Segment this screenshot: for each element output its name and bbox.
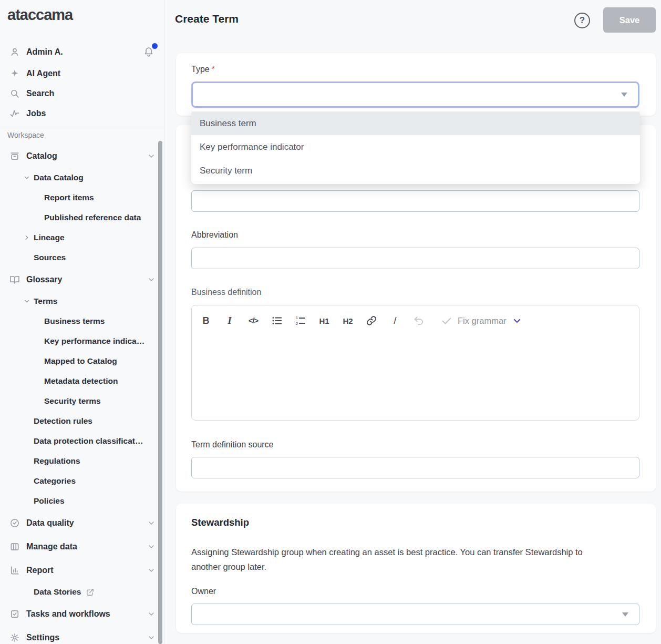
chevron-down-icon xyxy=(147,152,156,160)
sidebar-item-sources[interactable]: Sources xyxy=(0,248,164,268)
caret-down-icon xyxy=(622,612,628,617)
external-link-icon xyxy=(86,588,95,597)
checkbox-icon xyxy=(9,609,20,619)
undo-icon-button[interactable] xyxy=(412,313,426,329)
bullet-list-icon-button[interactable] xyxy=(270,313,284,329)
sidebar-item-metadata-detection[interactable]: Metadata detection xyxy=(0,371,164,391)
fix-grammar-button[interactable]: Fix grammar xyxy=(441,315,522,326)
sidebar-item-lineage[interactable]: Lineage xyxy=(0,228,164,248)
main-content: Create Term ? Save Type* Business termKe… xyxy=(164,0,661,644)
chevron-down-icon[interactable] xyxy=(512,315,522,326)
abbreviation-input[interactable] xyxy=(191,248,639,269)
business-definition-editor: BI</>12H1H2/Fix grammar xyxy=(191,305,639,421)
fix-grammar-label: Fix grammar xyxy=(458,316,507,326)
editor-toolbar: BI</>12H1H2/Fix grammar xyxy=(192,305,639,336)
sidebar-item-tasks-and-workflows[interactable]: Tasks and workflows xyxy=(0,602,164,626)
help-icon[interactable]: ? xyxy=(574,13,590,28)
type-select[interactable] xyxy=(191,81,639,108)
chevron-down-icon xyxy=(23,174,30,181)
owner-label: Owner xyxy=(191,587,216,596)
owner-select[interactable] xyxy=(191,604,639,625)
type-label: Type* xyxy=(191,65,215,74)
sidebar: ataccama Admin A. AI AgentSearchJobs Wor… xyxy=(0,0,164,644)
dropdown-option-business-term[interactable]: Business term xyxy=(191,111,640,135)
sidebar-divider xyxy=(0,127,164,127)
save-button[interactable]: Save xyxy=(603,7,656,33)
sidebar-item-policies[interactable]: Policies xyxy=(0,491,164,511)
slash-button[interactable]: / xyxy=(388,313,402,329)
sidebar-item-report[interactable]: Report xyxy=(0,558,164,582)
sidebar-item-key-performance-indica[interactable]: Key performance indica… xyxy=(0,331,164,351)
activity-icon xyxy=(9,108,20,119)
sidebar-item-terms[interactable]: Terms xyxy=(0,291,164,311)
italic-button[interactable]: I xyxy=(223,313,236,329)
code-button[interactable]: </> xyxy=(246,313,260,329)
notifications-bell-icon[interactable] xyxy=(143,46,156,58)
sidebar-item-ai-agent[interactable]: AI Agent xyxy=(0,64,164,84)
gear-icon xyxy=(9,632,20,643)
sidebar-item-search[interactable]: Search xyxy=(0,84,164,104)
bold-button[interactable]: B xyxy=(199,313,213,329)
sidebar-nav-list: CatalogData CatalogReport itemsPublished… xyxy=(0,144,164,644)
sidebar-top-nav: AI AgentSearchJobs xyxy=(0,64,164,124)
sidebar-item-data-quality[interactable]: Data quality xyxy=(0,511,164,535)
term-definition-source-label: Term definition source xyxy=(191,440,274,449)
sidebar-item-categories[interactable]: Categories xyxy=(0,471,164,491)
stewardship-title: Stewardship xyxy=(191,517,249,528)
sidebar-item-detection-rules[interactable]: Detection rules xyxy=(0,411,164,431)
sidebar-item-business-terms[interactable]: Business terms xyxy=(0,311,164,331)
chevron-down-icon xyxy=(147,543,156,551)
sidebar-item-regulations[interactable]: Regulations xyxy=(0,451,164,471)
dropdown-option-security-term[interactable]: Security term xyxy=(191,159,640,182)
chevron-down-icon xyxy=(147,633,156,642)
sidebar-item-report-items[interactable]: Report items xyxy=(0,188,164,208)
catalog-box-icon xyxy=(9,151,20,161)
sidebar-item-manage-data[interactable]: Manage data xyxy=(0,535,164,558)
required-asterisk: * xyxy=(212,65,215,74)
name-input[interactable] xyxy=(191,190,639,212)
sidebar-item-jobs[interactable]: Jobs xyxy=(0,104,164,124)
workspace-section-label: Workspace xyxy=(7,131,164,140)
search-icon xyxy=(9,88,20,99)
chevron-right-icon xyxy=(23,234,30,241)
sidebar-item-glossary[interactable]: Glossary xyxy=(0,268,164,291)
chevron-down-icon xyxy=(147,519,156,527)
sidebar-scrollbar[interactable] xyxy=(158,141,162,644)
caret-down-icon xyxy=(621,93,627,97)
link-icon-button[interactable] xyxy=(365,313,378,329)
sidebar-item-published-reference-data[interactable]: Published reference data xyxy=(0,208,164,228)
sidebar-item-data-stories[interactable]: Data Stories xyxy=(0,582,164,602)
sidebar-item-settings[interactable]: Settings xyxy=(0,626,164,644)
page-title: Create Term xyxy=(175,13,239,25)
user-name: Admin A. xyxy=(26,47,63,57)
sidebar-item-data-catalog[interactable]: Data Catalog xyxy=(0,168,164,188)
term-definition-source-input[interactable] xyxy=(191,457,639,478)
chevron-down-icon xyxy=(147,610,156,618)
bar-chart-icon xyxy=(9,565,20,576)
svg-text:1: 1 xyxy=(296,315,298,320)
heading-2-button[interactable]: H2 xyxy=(341,313,355,329)
svg-text:2: 2 xyxy=(296,321,298,326)
type-card: Type* xyxy=(176,53,656,116)
check-icon xyxy=(441,315,452,326)
app-window: ataccama Admin A. AI AgentSearchJobs Wor… xyxy=(0,0,661,644)
stewardship-description: Assigning Stewardship group when creatin… xyxy=(191,545,612,574)
ataccama-logo: ataccama xyxy=(7,6,164,24)
chevron-down-icon xyxy=(147,566,156,575)
numbered-list-icon-button[interactable]: 12 xyxy=(294,313,307,329)
type-dropdown-menu: Business termKey performance indicatorSe… xyxy=(191,109,640,184)
sidebar-item-catalog[interactable]: Catalog xyxy=(0,144,164,168)
user-menu[interactable]: Admin A. xyxy=(0,40,164,64)
dropdown-option-key-performance-indicator[interactable]: Key performance indicator xyxy=(191,135,640,159)
quality-seal-icon xyxy=(9,518,20,528)
heading-1-button[interactable]: H1 xyxy=(317,313,331,329)
sidebar-item-mapped-to-catalog[interactable]: Mapped to Catalog xyxy=(0,351,164,371)
sidebar-item-security-terms[interactable]: Security terms xyxy=(0,391,164,411)
columns-icon xyxy=(9,541,20,552)
notification-badge xyxy=(152,43,158,49)
editor-body[interactable] xyxy=(192,336,639,420)
sidebar-item-data-protection-classificat[interactable]: Data protection classificat… xyxy=(0,431,164,451)
book-icon xyxy=(9,274,20,285)
stewardship-card: Stewardship Assigning Stewardship group … xyxy=(176,504,656,633)
abbreviation-label: Abbreviation xyxy=(191,230,238,240)
